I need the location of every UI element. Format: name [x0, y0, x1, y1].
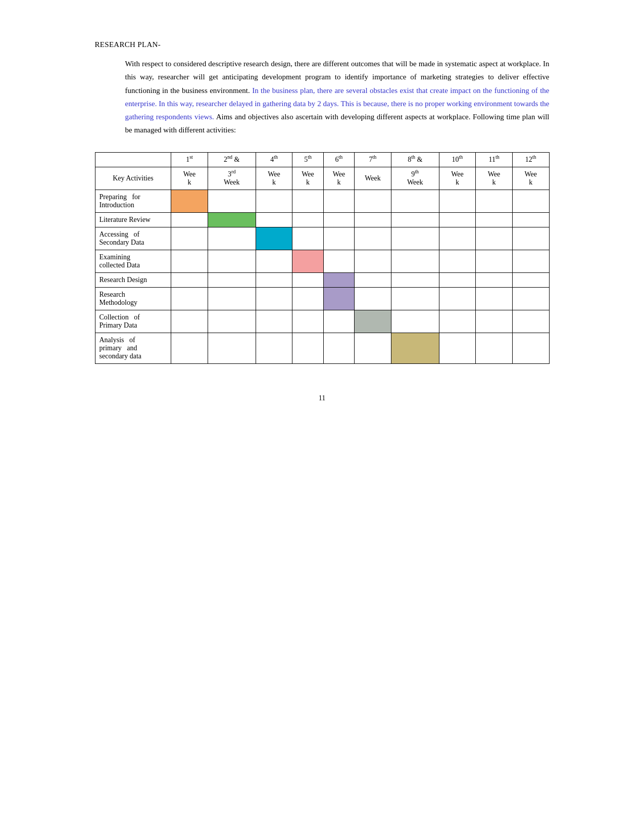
table-row: Analysis ofprimary andsecondary data	[95, 333, 549, 363]
table-row: Research Design	[95, 272, 549, 287]
empty-cell	[476, 310, 513, 333]
empty-cell	[292, 287, 323, 310]
header2-col7: 9thWeek	[391, 167, 439, 190]
empty-cell	[171, 212, 208, 227]
empty-cell	[439, 212, 476, 227]
empty-cell	[476, 227, 513, 250]
empty-cell	[171, 250, 208, 272]
page: RESEARCH PLAN- With respect to considere…	[95, 0, 550, 433]
row-label: Analysis ofprimary andsecondary data	[95, 333, 171, 363]
empty-cell	[512, 190, 549, 212]
empty-cell	[292, 310, 323, 333]
header2-col10: Week	[512, 167, 549, 190]
empty-cell	[439, 287, 476, 310]
table-row: ResearchMethodology	[95, 287, 549, 310]
row-label: Collection ofPrimary Data	[95, 310, 171, 333]
empty-cell	[208, 333, 256, 363]
empty-cell	[512, 310, 549, 333]
header-col7: 8th &	[391, 152, 439, 167]
empty-cell	[512, 212, 549, 227]
empty-cell	[355, 190, 391, 212]
activity-cell	[355, 310, 391, 333]
header-col4: 5th	[292, 152, 323, 167]
activity-cell	[256, 227, 292, 250]
empty-cell	[323, 310, 354, 333]
table-row: Literature Review	[95, 212, 549, 227]
header-col9: 11th	[476, 152, 513, 167]
empty-cell	[208, 227, 256, 250]
table-header-row-2: Key Activities Week 3rdWeek Week Week We…	[95, 167, 549, 190]
row-label: Preparing forIntroduction	[95, 190, 171, 212]
empty-cell	[391, 250, 439, 272]
empty-cell	[391, 310, 439, 333]
empty-cell	[391, 287, 439, 310]
empty-cell	[355, 227, 391, 250]
gantt-table-wrapper: 1st 2nd & 4th 5th 6th 7th 8th & 10th 11t…	[95, 152, 550, 364]
activity-cell	[292, 250, 323, 272]
empty-cell	[476, 272, 513, 287]
empty-cell	[208, 250, 256, 272]
row-label: Examiningcollected Data	[95, 250, 171, 272]
empty-cell	[476, 190, 513, 212]
empty-cell	[512, 272, 549, 287]
empty-cell	[391, 212, 439, 227]
empty-cell	[391, 227, 439, 250]
activity-cell	[391, 333, 439, 363]
empty-cell	[439, 310, 476, 333]
activity-cell	[323, 272, 354, 287]
empty-cell	[476, 333, 513, 363]
empty-cell	[256, 287, 292, 310]
table-row: Examiningcollected Data	[95, 250, 549, 272]
empty-cell	[476, 287, 513, 310]
table-row: Accessing ofSecondary Data	[95, 227, 549, 250]
empty-cell	[355, 287, 391, 310]
header-col6: 7th	[355, 152, 391, 167]
header-col1: 1st	[171, 152, 208, 167]
table-row: Collection ofPrimary Data	[95, 310, 549, 333]
empty-cell	[171, 227, 208, 250]
empty-cell	[355, 212, 391, 227]
empty-cell	[256, 212, 292, 227]
table-row: Preparing forIntroduction	[95, 190, 549, 212]
empty-cell	[323, 333, 354, 363]
empty-cell	[208, 190, 256, 212]
empty-cell	[323, 212, 354, 227]
empty-cell	[208, 310, 256, 333]
table-header-row-1: 1st 2nd & 4th 5th 6th 7th 8th & 10th 11t…	[95, 152, 549, 167]
section-title: RESEARCH PLAN-	[95, 40, 550, 49]
empty-cell	[292, 212, 323, 227]
empty-cell	[208, 272, 256, 287]
row-label: Research Design	[95, 272, 171, 287]
header2-col3: Week	[256, 167, 292, 190]
main-paragraph: With respect to considered descriptive r…	[95, 57, 550, 137]
empty-cell	[292, 227, 323, 250]
header2-col6: Week	[355, 167, 391, 190]
empty-cell	[391, 272, 439, 287]
empty-cell	[512, 250, 549, 272]
empty-cell	[171, 310, 208, 333]
key-activities-header: Key Activities	[95, 167, 171, 190]
row-label: ResearchMethodology	[95, 287, 171, 310]
gantt-table: 1st 2nd & 4th 5th 6th 7th 8th & 10th 11t…	[95, 152, 550, 364]
empty-cell	[512, 333, 549, 363]
activity-cell	[171, 190, 208, 212]
empty-cell	[391, 190, 439, 212]
empty-cell	[355, 272, 391, 287]
row-label: Literature Review	[95, 212, 171, 227]
header2-col9: Week	[476, 167, 513, 190]
empty-cell	[256, 190, 292, 212]
activity-cell	[208, 212, 256, 227]
empty-cell	[256, 333, 292, 363]
empty-cell	[292, 272, 323, 287]
empty-cell	[476, 250, 513, 272]
empty-cell	[323, 227, 354, 250]
empty-cell	[439, 333, 476, 363]
empty-cell	[256, 272, 292, 287]
activity-cell	[323, 287, 354, 310]
header2-col2: 3rdWeek	[208, 167, 256, 190]
header2-col4: Week	[292, 167, 323, 190]
empty-cell	[439, 250, 476, 272]
header-col0	[95, 152, 171, 167]
empty-cell	[256, 250, 292, 272]
header2-col8: Week	[439, 167, 476, 190]
